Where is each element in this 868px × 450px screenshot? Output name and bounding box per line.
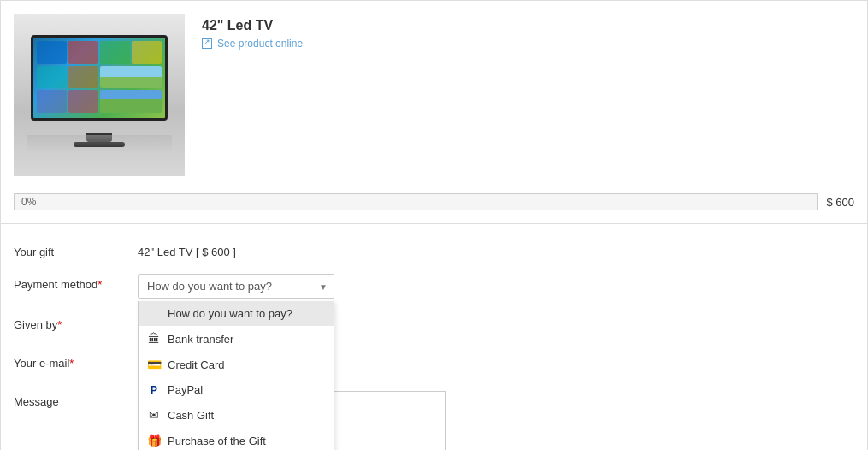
bank-transfer-icon: 🏛	[147, 332, 161, 346]
product-title: 42" Led TV	[202, 18, 854, 33]
credit-card-icon: 💳	[147, 358, 161, 371]
dropdown-item-label: Purchase of the Gift	[168, 435, 266, 447]
cash-gift-icon: ✉	[147, 408, 161, 422]
progress-amount: $ 600	[826, 196, 854, 209]
paypal-icon: P	[147, 384, 161, 396]
payment-method-label: Payment method*	[14, 274, 125, 291]
dropdown-item-paypal[interactable]: P PayPal	[139, 377, 334, 402]
message-label: Message	[14, 391, 125, 408]
product-section: 42" Led TV See product online 0% $ 600	[0, 0, 868, 224]
tv-mockup	[27, 35, 172, 155]
payment-select-wrapper[interactable]: How do you want to pay? Bank transfer Cr…	[138, 274, 334, 299]
progress-row: 0% $ 600	[14, 193, 854, 210]
your-gift-value: 42" Led TV [ $ 600 ]	[138, 241, 236, 258]
your-gift-label: Your gift	[14, 241, 125, 258]
product-info: 42" Led TV See product online	[202, 14, 854, 50]
payment-dropdown[interactable]: How do you want to pay? 🏛 Bank transfer …	[138, 301, 334, 450]
dropdown-item-label: How do you want to pay?	[168, 307, 292, 320]
product-row: 42" Led TV See product online	[14, 14, 854, 176]
product-link[interactable]: See product online	[202, 38, 854, 50]
dropdown-item-label: Cash Gift	[168, 409, 214, 422]
progress-bar: 0%	[14, 193, 818, 210]
required-star-3: *	[69, 357, 74, 370]
dropdown-item-label: Credit Card	[168, 358, 224, 371]
email-label: Your e-mail*	[14, 352, 125, 370]
your-gift-row: Your gift 42" Led TV [ $ 600 ]	[14, 241, 854, 258]
dropdown-item-credit-card[interactable]: 💳 Credit Card	[139, 352, 334, 377]
dropdown-item-label: Bank transfer	[168, 333, 233, 346]
dropdown-item-label: PayPal	[168, 383, 203, 396]
required-star: *	[97, 278, 102, 291]
external-link-icon	[202, 38, 212, 49]
progress-label: 0%	[21, 196, 36, 208]
purchase-gift-icon: 🎁	[147, 434, 161, 447]
form-section: Your gift 42" Led TV [ $ 600 ] Payment m…	[0, 224, 868, 450]
dropdown-item-bank-transfer[interactable]: 🏛 Bank transfer	[139, 326, 334, 352]
product-image	[14, 14, 185, 176]
payment-select[interactable]: How do you want to pay? Bank transfer Cr…	[138, 274, 334, 299]
payment-method-row: Payment method* How do you want to pay? …	[14, 274, 854, 299]
dropdown-item-cash-gift[interactable]: ✉ Cash Gift	[139, 402, 334, 428]
given-by-label: Given by*	[14, 314, 125, 331]
dropdown-item-purchase-gift[interactable]: 🎁 Purchase of the Gift	[139, 428, 334, 450]
required-star-2: *	[57, 318, 62, 331]
tv-screen	[31, 35, 168, 121]
dropdown-item-placeholder[interactable]: How do you want to pay?	[139, 301, 334, 326]
